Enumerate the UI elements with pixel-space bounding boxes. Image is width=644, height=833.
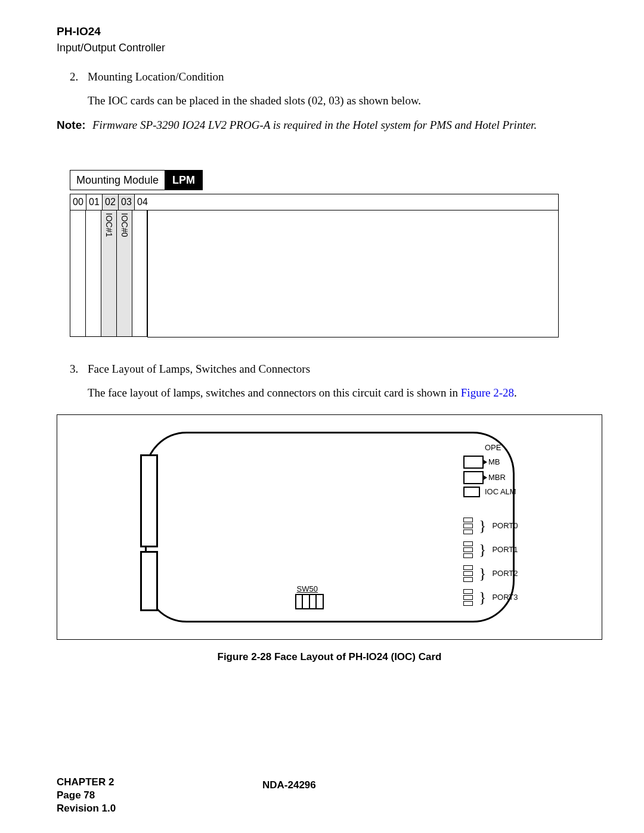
note-label: Note: xyxy=(57,117,92,133)
port1-leds-icon xyxy=(463,541,473,558)
ioc0-label: IOC#0 xyxy=(119,213,130,237)
mb-switch-icon xyxy=(463,456,484,469)
edge-connector-top xyxy=(140,454,158,547)
section-3-body: The face layout of lamps, switches and c… xyxy=(88,385,602,401)
section-2-number: 2. xyxy=(70,69,88,85)
ioc1-label: IOC#1 xyxy=(103,213,114,237)
slot-body-00 xyxy=(70,210,85,337)
sw50-switch xyxy=(295,594,324,609)
port2-leds-icon xyxy=(463,565,473,582)
mb-label: MB xyxy=(488,457,500,467)
slot-00: 00 xyxy=(70,194,86,210)
edge-connector-bottom xyxy=(140,551,158,611)
lpm-label: LPM xyxy=(165,170,203,190)
header-subtitle: Input/Output Controller xyxy=(57,41,602,55)
slot-body-01 xyxy=(85,210,101,337)
slot-body-02: IOC#1 xyxy=(101,210,116,337)
sw50-label: SW50 xyxy=(297,584,318,594)
section-3-number: 3. xyxy=(70,361,88,377)
port0-leds-icon xyxy=(463,518,473,534)
slot-04: 04 xyxy=(134,194,150,210)
mbr-label: MBR xyxy=(488,472,506,483)
figure-2-28-link[interactable]: Figure 2-28 xyxy=(461,386,514,399)
footer-chapter: CHAPTER 2 xyxy=(57,776,116,789)
slot-01: 01 xyxy=(86,194,102,210)
slot-body-04 xyxy=(132,210,147,337)
section-2-body: The IOC cards can be placed in the shade… xyxy=(88,93,602,109)
slot-body-03: IOC#0 xyxy=(116,210,132,337)
port2-label: PORT2 xyxy=(492,568,518,579)
iocalm-lamp-icon xyxy=(463,487,480,497)
mounting-module-diagram: Mounting Module LPM 00 01 02 03 04 IOC#1… xyxy=(70,170,602,337)
port1-label: PORT1 xyxy=(492,544,518,555)
port3-label: PORT3 xyxy=(492,592,518,603)
figure-box: SW50 OPE MB MBR IOC ALM }PORT0 }PORT1 }P… xyxy=(57,414,602,640)
port0-label: PORT0 xyxy=(492,521,518,531)
note-text: Firmware SP-3290 IO24 LV2 PROG-A is requ… xyxy=(92,117,537,133)
slot-02: 02 xyxy=(102,194,118,210)
ope-label: OPE xyxy=(485,442,501,453)
port3-leds-icon xyxy=(463,589,473,606)
iocalm-label: IOC ALM xyxy=(485,487,516,497)
header-code: PH-IO24 xyxy=(57,24,602,39)
slot-03: 03 xyxy=(118,194,134,210)
section-2-title: Mounting Location/Condition xyxy=(88,69,224,85)
footer-revision: Revision 1.0 xyxy=(57,802,116,815)
footer-doc: NDA-24296 xyxy=(262,779,316,792)
figure-caption: Figure 2-28 Face Layout of PH-IO24 (IOC)… xyxy=(57,651,602,664)
footer-page: Page 78 xyxy=(57,789,116,802)
card-diagram: SW50 OPE MB MBR IOC ALM }PORT0 }PORT1 }P… xyxy=(145,432,515,623)
mbr-switch-icon xyxy=(463,471,484,484)
section-3-title: Face Layout of Lamps, Switches and Conne… xyxy=(88,361,310,377)
mounting-module-label: Mounting Module xyxy=(70,170,165,190)
